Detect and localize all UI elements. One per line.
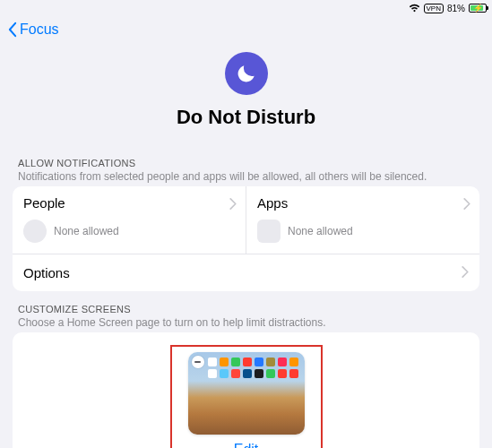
chevron-left-icon <box>7 22 18 38</box>
options-row[interactable]: Options <box>13 254 479 291</box>
people-status: None allowed <box>54 225 119 237</box>
page-title: Do Not Disturb <box>0 106 492 129</box>
moon-icon <box>225 52 268 95</box>
chevron-right-icon <box>463 197 470 213</box>
back-label: Focus <box>20 22 59 38</box>
minus-icon[interactable] <box>192 356 204 368</box>
highlight-box: Edit <box>170 345 323 448</box>
preview-app-grid <box>208 358 299 378</box>
status-bar: VPN 81% ⚡ <box>0 0 492 16</box>
screens-section-header: CUSTOMIZE SCREENS Choose a Home Screen p… <box>13 291 479 332</box>
apps-cell[interactable]: Apps None allowed <box>246 186 479 254</box>
chevron-right-icon <box>229 197 237 213</box>
screens-card: Edit <box>13 332 479 448</box>
notifications-card: People None allowed Apps None allowed <box>13 186 479 291</box>
notifications-title: ALLOW NOTIFICATIONS <box>18 158 474 168</box>
battery-icon: ⚡ <box>469 4 487 13</box>
wifi-icon <box>409 4 420 13</box>
people-cell[interactable]: People None allowed <box>13 186 246 254</box>
home-screen-preview[interactable] <box>188 352 305 435</box>
apps-placeholder-icon <box>257 220 281 243</box>
edit-button[interactable]: Edit <box>234 442 259 448</box>
notifications-subtitle: Notifications from selected people and a… <box>18 170 474 183</box>
apps-status: None allowed <box>288 225 353 237</box>
people-label: People <box>23 195 235 211</box>
vpn-badge: VPN <box>424 4 444 13</box>
back-button[interactable]: Focus <box>0 16 492 47</box>
notifications-section-header: ALLOW NOTIFICATIONS Notifications from s… <box>13 145 479 186</box>
header: Do Not Disturb <box>0 47 492 145</box>
apps-label: Apps <box>257 195 469 211</box>
battery-percentage: 81% <box>447 4 465 13</box>
screens-title: CUSTOMIZE SCREENS <box>18 304 474 314</box>
screens-subtitle: Choose a Home Screen page to turn on to … <box>18 316 474 329</box>
chevron-right-icon <box>462 265 469 280</box>
people-placeholder-avatar <box>23 220 47 243</box>
options-label: Options <box>23 265 70 280</box>
